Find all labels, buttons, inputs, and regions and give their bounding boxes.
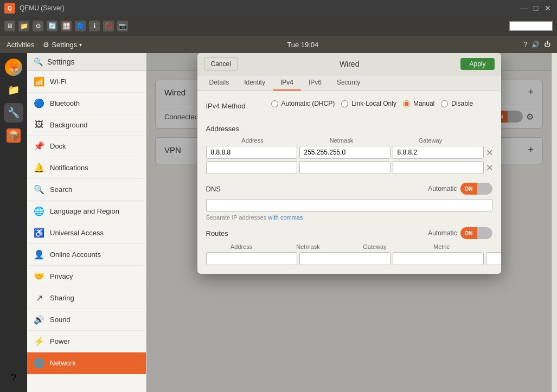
sidebar-item-bluetooth[interactable]: 🔵 Bluetooth bbox=[27, 93, 146, 114]
dns-hint-link[interactable]: with commas bbox=[268, 214, 303, 221]
network-icon: 🌐 bbox=[34, 358, 44, 368]
wifi-icon: 📶 bbox=[34, 76, 44, 87]
maximize-button[interactable]: □ bbox=[531, 3, 541, 13]
dock-item-help[interactable]: ? bbox=[4, 368, 23, 388]
taskbar-icon-camera[interactable]: 📷 bbox=[117, 21, 128, 31]
window-logo: Q bbox=[4, 3, 15, 14]
route-netmask-input[interactable] bbox=[299, 252, 390, 265]
addr-row1-remove-button[interactable]: ✕ bbox=[486, 147, 493, 158]
route-address-input[interactable] bbox=[206, 252, 297, 265]
taskbar-icon-info2[interactable]: ℹ bbox=[89, 21, 100, 31]
addr-row1-netmask-input[interactable] bbox=[299, 146, 390, 159]
sidebar-item-network[interactable]: 🌐 Network bbox=[27, 352, 146, 374]
tab-identity[interactable]: Identity bbox=[236, 75, 273, 91]
sidebar-item-language[interactable]: 🌐 Language and Region bbox=[27, 201, 146, 222]
routes-toggle[interactable]: ON bbox=[460, 227, 492, 239]
ipv4-method-section: IPv4 Method Automatic (DHCP) Link-Local … bbox=[206, 100, 492, 116]
radio-auto-dhcp-input[interactable] bbox=[271, 100, 278, 107]
ipv4-method-label: IPv4 Method bbox=[206, 100, 271, 110]
window-title: QEMU (Server) bbox=[20, 4, 515, 12]
main-layout: 🦊 📁 🔧 📦 ? 🔍 Settings 📶 Wi-Fi 🔵 Bluetooth… bbox=[0, 53, 557, 392]
search-sidebar-icon: 🔍 bbox=[34, 184, 44, 195]
addr-row2-remove-button[interactable]: ✕ bbox=[486, 163, 493, 173]
dns-input[interactable] bbox=[206, 199, 492, 212]
sidebar-item-privacy[interactable]: 🤝 Privacy bbox=[27, 266, 146, 287]
radio-manual[interactable]: Manual bbox=[403, 100, 434, 107]
modal-title: Wired bbox=[238, 60, 461, 68]
dock-item-settings[interactable]: 🔧 bbox=[4, 103, 23, 123]
settings-menu[interactable]: ⚙ Settings ▾ bbox=[43, 41, 82, 49]
route-gateway-input[interactable] bbox=[393, 252, 484, 265]
sidebar-item-label-sharing: Sharing bbox=[50, 294, 74, 302]
tab-security[interactable]: Security bbox=[329, 75, 368, 91]
addr-row1-address-input[interactable] bbox=[206, 146, 297, 159]
tab-ipv4[interactable]: IPv4 bbox=[273, 75, 301, 91]
dock-item-files[interactable]: 📁 bbox=[4, 80, 23, 100]
modal-cancel-button[interactable]: Cancel bbox=[204, 57, 238, 70]
minimize-button[interactable]: — bbox=[519, 3, 529, 13]
topbar-help-icon[interactable]: ? bbox=[523, 41, 527, 48]
route-metric-input[interactable] bbox=[486, 252, 501, 265]
sidebar-item-label-notifications: Notifications bbox=[50, 164, 88, 172]
close-button[interactable]: ✕ bbox=[543, 3, 553, 13]
radio-link-local-input[interactable] bbox=[341, 100, 348, 107]
addr-row-1: ✕ bbox=[206, 146, 492, 159]
bluetooth-icon: 🔵 bbox=[34, 98, 44, 108]
topbar-power-icon[interactable]: ⏻ bbox=[544, 41, 550, 48]
addresses-header: Address Netmask Gateway bbox=[206, 137, 492, 144]
universal-icon: ♿ bbox=[34, 228, 44, 238]
dns-toggle-off bbox=[477, 183, 492, 195]
routes-auto-label: Automatic bbox=[428, 229, 457, 237]
modal-apply-button[interactable]: Apply bbox=[460, 58, 494, 70]
taskbar-icon-stop[interactable]: 🚫 bbox=[103, 21, 114, 31]
taskbar-icon-windows[interactable]: 🪟 bbox=[61, 21, 72, 31]
sidebar-item-label-network: Network bbox=[50, 359, 76, 367]
route-col-metric: Metric bbox=[408, 243, 475, 250]
radio-manual-input[interactable] bbox=[403, 100, 410, 107]
tab-details[interactable]: Details bbox=[202, 75, 237, 91]
sidebar-item-wifi[interactable]: 📶 Wi-Fi bbox=[27, 71, 146, 93]
dns-auto-label: Automatic bbox=[428, 185, 457, 192]
dns-toggle[interactable]: ON bbox=[460, 183, 492, 195]
taskbar-icon-refresh[interactable]: 🔄 bbox=[47, 21, 57, 31]
sidebar-item-background[interactable]: 🖼 Background bbox=[27, 114, 146, 136]
addr-row1-gateway-input[interactable] bbox=[393, 146, 484, 159]
modal-overlay: Cancel Wired Apply Details Identity IPv4… bbox=[146, 53, 552, 392]
sidebar-item-search[interactable]: 🔍 Search bbox=[27, 179, 146, 201]
taskbar-icon-folder[interactable]: 📁 bbox=[18, 21, 29, 31]
taskbar-icon-gear[interactable]: ⚙ bbox=[33, 21, 43, 31]
dock-item-firefox[interactable]: 🦊 bbox=[4, 57, 23, 77]
addr-row2-netmask-input[interactable] bbox=[299, 161, 390, 174]
routes-toggle-off bbox=[477, 227, 492, 239]
taskbar-icon-info1[interactable]: 🔵 bbox=[75, 21, 86, 31]
tab-ipv6[interactable]: IPv6 bbox=[301, 75, 329, 91]
sidebar-item-online-accounts[interactable]: 👤 Online Accounts bbox=[27, 244, 146, 266]
topbar-volume-icon[interactable]: 🔊 bbox=[532, 41, 540, 48]
sidebar-item-power[interactable]: ⚡ Power bbox=[27, 331, 146, 352]
taskbar-icon-monitor[interactable]: 🖥 bbox=[4, 21, 15, 31]
addr-row2-address-input[interactable] bbox=[206, 161, 297, 174]
addr-row-2: ✕ bbox=[206, 161, 492, 174]
sidebar-item-sound[interactable]: 🔊 Sound bbox=[27, 309, 146, 331]
sidebar-item-label-online: Online Accounts bbox=[50, 250, 101, 259]
sidebar-item-dock[interactable]: 📌 Dock bbox=[27, 136, 146, 157]
addr-row2-gateway-input[interactable] bbox=[393, 161, 484, 174]
sidebar-item-label-privacy: Privacy bbox=[50, 272, 73, 280]
notifications-icon: 🔔 bbox=[34, 163, 44, 173]
radio-disable-input[interactable] bbox=[441, 100, 448, 107]
sidebar-item-universal[interactable]: ♿ Universal Access bbox=[27, 222, 146, 244]
sidebar-item-notifications[interactable]: 🔔 Notifications bbox=[27, 157, 146, 179]
dns-toggle-on: ON bbox=[460, 183, 477, 195]
radio-auto-dhcp[interactable]: Automatic (DHCP) bbox=[271, 100, 335, 107]
sound-icon: 🔊 bbox=[34, 314, 44, 325]
radio-link-local[interactable]: Link-Local Only bbox=[341, 100, 396, 107]
sidebar-item-sharing[interactable]: ↗ Sharing bbox=[27, 287, 146, 309]
dock-item-software[interactable]: 📦 bbox=[4, 126, 23, 145]
addresses-section: Addresses Address Netmask Gateway ✕ bbox=[206, 125, 492, 174]
taskbar-search-input[interactable] bbox=[509, 21, 553, 31]
activities-button[interactable]: Activities bbox=[7, 41, 34, 49]
radio-disable[interactable]: Disable bbox=[441, 100, 473, 107]
addresses-label: Addresses bbox=[206, 125, 492, 133]
modal-dialog: Cancel Wired Apply Details Identity IPv4… bbox=[197, 53, 501, 274]
topbar-clock: Tue 19:04 bbox=[88, 41, 517, 49]
